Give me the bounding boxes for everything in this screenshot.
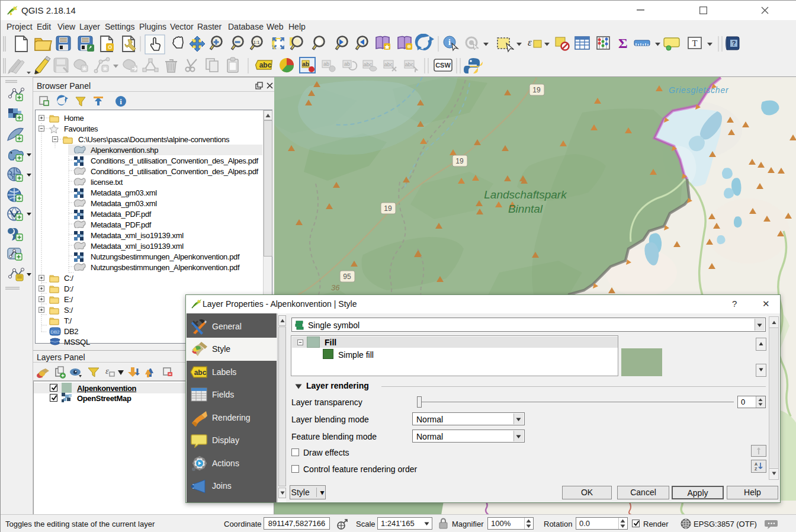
svg-text:ab: ab bbox=[323, 61, 329, 67]
svg-text:ab: ab bbox=[302, 61, 309, 68]
svg-text:?: ? bbox=[732, 40, 736, 47]
svg-text:95: 95 bbox=[343, 273, 351, 281]
svg-text:ab: ab bbox=[344, 61, 350, 67]
svg-text:i: i bbox=[448, 38, 451, 47]
svg-text:19: 19 bbox=[455, 157, 464, 165]
svg-text:36: 36 bbox=[331, 283, 340, 292]
svg-text:DB2: DB2 bbox=[50, 329, 60, 335]
svg-text:1:1: 1:1 bbox=[253, 40, 260, 45]
svg-text:19: 19 bbox=[532, 86, 541, 94]
svg-text:19: 19 bbox=[384, 204, 392, 213]
svg-text:Griesgletscher: Griesgletscher bbox=[669, 85, 729, 95]
svg-text:Landschaftspark: Landschaftspark bbox=[484, 188, 567, 201]
svg-text:CSW: CSW bbox=[435, 62, 451, 69]
svg-text:abc: abc bbox=[384, 62, 393, 68]
svg-text:ε: ε bbox=[528, 37, 532, 48]
svg-text:Binntal: Binntal bbox=[508, 203, 543, 215]
svg-text:T: T bbox=[692, 39, 697, 48]
svg-text:ε: ε bbox=[105, 366, 109, 376]
svg-text:abc: abc bbox=[259, 61, 272, 69]
svg-text:abc: abc bbox=[405, 62, 414, 68]
svg-text:Z: Z bbox=[755, 467, 758, 471]
svg-text:abc: abc bbox=[194, 368, 207, 377]
svg-text:Σ: Σ bbox=[618, 36, 628, 51]
svg-text:A: A bbox=[755, 462, 758, 466]
